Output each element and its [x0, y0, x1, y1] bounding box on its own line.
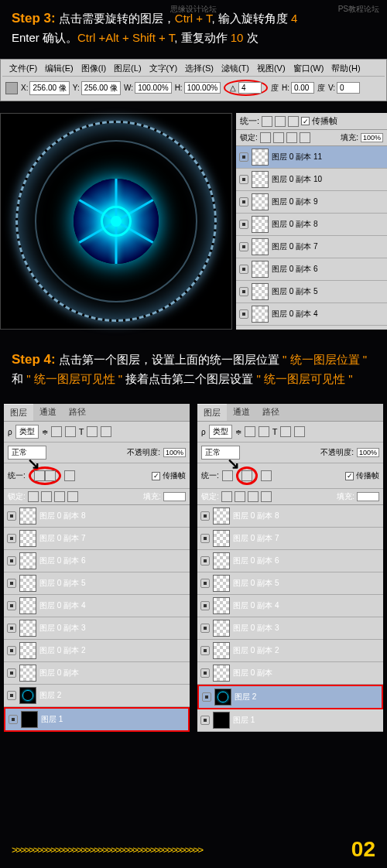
tab-paths[interactable]: 路径	[63, 404, 92, 421]
eye-icon[interactable]	[202, 692, 211, 702]
layer-row-highlighted[interactable]: 图层 2	[197, 685, 383, 709]
eye-icon[interactable]	[200, 534, 210, 543]
layer-row[interactable]: 图层 0 副本 2	[197, 640, 383, 662]
layer-row[interactable]: 图层 2	[4, 685, 190, 707]
filter-icon[interactable]	[245, 426, 255, 437]
eye-icon[interactable]	[200, 668, 210, 678]
eye-icon[interactable]	[200, 579, 210, 588]
eye-icon[interactable]	[200, 624, 210, 633]
lock-icon[interactable]	[248, 491, 259, 502]
eye-icon[interactable]	[7, 601, 16, 610]
filter-icon[interactable]	[87, 426, 98, 437]
filter-icon[interactable]	[294, 426, 305, 437]
layer-thumb	[214, 689, 231, 706]
propagate-checkbox[interactable]: ✓	[345, 472, 354, 480]
tab-paths[interactable]: 路径	[256, 404, 286, 421]
unify-style-icon[interactable]	[261, 470, 272, 481]
lock-icon[interactable]	[41, 491, 52, 502]
layer-row[interactable]: 图层 0 副本 3	[197, 617, 383, 640]
options-bar: X: 256.00 像 Y: 256.00 像 W: 100.00% H: 10…	[2, 76, 385, 99]
lock-icon[interactable]	[67, 491, 78, 502]
layer-row[interactable]: 图层 0 副本 6	[197, 550, 383, 572]
lock-icon[interactable]	[54, 491, 65, 502]
eye-icon[interactable]	[200, 716, 210, 725]
eye-icon[interactable]	[7, 624, 16, 633]
layer-row[interactable]: 图层 0 副本 11	[236, 146, 387, 169]
eye-icon[interactable]	[239, 265, 248, 274]
layer-row[interactable]: 图层 0 副本 7	[197, 528, 383, 550]
layer-thumb	[213, 530, 230, 547]
unify-style-icon[interactable]	[64, 470, 75, 481]
lock-icon[interactable]	[221, 491, 232, 502]
eye-icon[interactable]	[239, 242, 248, 251]
layer-row[interactable]: 图层 0 副本	[197, 662, 383, 685]
unify-icon[interactable]	[262, 116, 272, 127]
lock-icon[interactable]	[261, 491, 272, 502]
tab-layers[interactable]: 图层	[197, 404, 227, 421]
lock-icon[interactable]	[235, 491, 245, 502]
layer-row-highlighted[interactable]: 图层 1	[4, 707, 190, 732]
layer-row[interactable]: 图层 0 副本 10	[236, 169, 387, 191]
layer-row[interactable]: 图层 0 副本 4	[236, 303, 387, 326]
unify-icon[interactable]	[275, 116, 286, 127]
tab-channels[interactable]: 通道	[33, 404, 63, 421]
eye-icon[interactable]	[9, 715, 18, 724]
eye-icon[interactable]	[200, 646, 210, 655]
lock-icon[interactable]	[273, 132, 284, 143]
layer-row[interactable]: 图层 0 副本 7	[4, 528, 190, 550]
layer-row[interactable]: 图层 0 副本 5	[4, 572, 190, 595]
eye-icon[interactable]	[200, 601, 210, 610]
layer-row[interactable]: 图层 0 副本 6	[4, 550, 190, 572]
menu-bar[interactable]: 文件(F)编辑(E)图像(I)图层(L)文字(Y)选择(S)滤镜(T)视图(V)…	[2, 61, 385, 76]
filter-icon[interactable]	[101, 426, 111, 437]
unify-visibility-icon[interactable]	[241, 470, 252, 481]
propagate-checkbox[interactable]: ✓	[301, 117, 310, 125]
lock-icon[interactable]	[260, 132, 271, 143]
filter-icon[interactable]	[51, 426, 62, 437]
reference-point-icon[interactable]	[5, 82, 18, 94]
filter-icon[interactable]	[280, 426, 291, 437]
layer-row[interactable]: 图层 0 副本 2	[4, 640, 190, 662]
layer-row[interactable]: 图层 0 副本 8	[4, 505, 190, 528]
eye-icon[interactable]	[239, 197, 248, 207]
layer-row[interactable]: 图层 0 副本 6	[236, 258, 387, 281]
tab-layers[interactable]: 图层	[4, 404, 33, 421]
layer-row[interactable]: 图层 0 副本 4	[4, 595, 190, 617]
filter-icon[interactable]	[259, 426, 269, 437]
layer-row[interactable]: 图层 0 副本 5	[197, 572, 383, 595]
eye-icon[interactable]	[239, 287, 248, 296]
eye-icon[interactable]	[200, 511, 210, 521]
layer-row[interactable]: 图层 0 副本 8	[197, 505, 383, 528]
eye-icon[interactable]	[239, 220, 248, 229]
layer-thumb	[213, 597, 230, 614]
layer-row[interactable]: 图层 0 副本 9	[236, 191, 387, 214]
eye-icon[interactable]	[7, 668, 16, 678]
propagate-checkbox[interactable]: ✓	[152, 472, 160, 480]
lock-icon[interactable]	[28, 491, 39, 502]
layer-row[interactable]: 图层 0 副本 7	[236, 236, 387, 258]
eye-icon[interactable]	[239, 309, 248, 319]
layer-row[interactable]: 图层 0 副本 4	[197, 595, 383, 617]
unify-icon[interactable]	[288, 116, 299, 127]
eye-icon[interactable]	[7, 534, 16, 543]
eye-icon[interactable]	[7, 691, 16, 700]
unify-visibility-icon[interactable]	[45, 470, 56, 481]
layer-row[interactable]: 图层 1	[197, 709, 383, 732]
eye-icon[interactable]	[239, 152, 248, 162]
layer-thumb	[213, 620, 230, 637]
lock-icon[interactable]	[300, 132, 310, 143]
eye-icon[interactable]	[200, 556, 210, 566]
layer-row[interactable]: 图层 0 副本 3	[4, 617, 190, 640]
filter-icon[interactable]	[65, 426, 76, 437]
eye-icon[interactable]	[7, 511, 16, 521]
layer-row[interactable]: 图层 0 副本	[4, 662, 190, 685]
eye-icon[interactable]	[239, 175, 248, 184]
eye-icon[interactable]	[7, 556, 16, 566]
lock-icon[interactable]	[286, 132, 297, 143]
eye-icon[interactable]	[7, 646, 16, 655]
eye-icon[interactable]	[7, 579, 16, 588]
tab-channels[interactable]: 通道	[227, 404, 256, 421]
layer-thumb	[213, 552, 230, 569]
layer-row[interactable]: 图层 0 副本 8	[236, 214, 387, 236]
layer-row[interactable]: 图层 0 副本 5	[236, 281, 387, 303]
